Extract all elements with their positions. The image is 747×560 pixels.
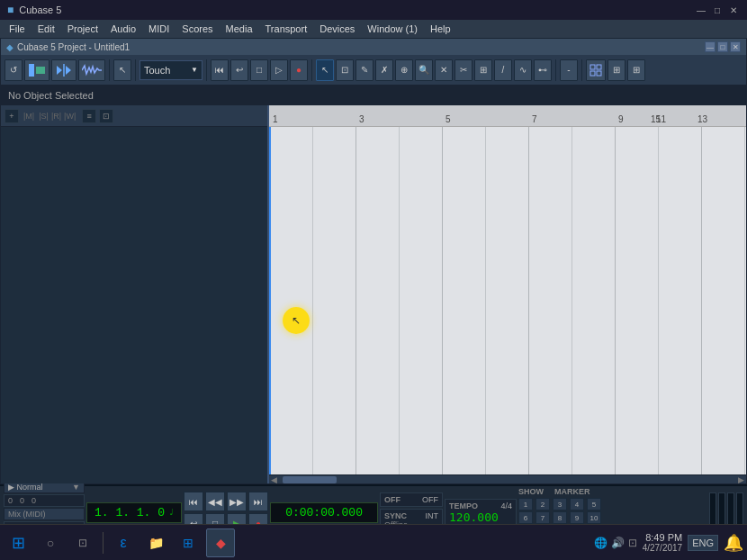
maximize-button[interactable]: □: [711, 4, 724, 16]
toolbar-fwd[interactable]: ▷: [270, 59, 288, 81]
marker-1[interactable]: 1: [518, 498, 533, 510]
position-note-icon: ♩: [168, 507, 174, 518]
marker-10[interactable]: 10: [587, 511, 601, 524]
tool-pencil[interactable]: ✎: [356, 59, 374, 81]
project-title-bar: ◆ Cubase 5 Project - Untitled1 — □ ✕: [1, 39, 746, 55]
transport-to-end[interactable]: ⏭: [248, 492, 268, 511]
app-title: Cubase 5: [19, 5, 61, 15]
th-add-track[interactable]: +: [4, 109, 19, 123]
store-btn[interactable]: ⊞: [174, 528, 202, 557]
menu-edit[interactable]: Edit: [32, 23, 60, 35]
marker-9[interactable]: 9: [570, 511, 584, 524]
edge-icon: ε: [120, 535, 126, 551]
toolbar-btn-1[interactable]: ↺: [4, 59, 22, 81]
cubase-taskbar-btn[interactable]: ◆: [206, 528, 235, 557]
tool-magnify[interactable]: 🔍: [415, 59, 433, 81]
task-view-icon: ⊡: [78, 537, 87, 549]
tool-range[interactable]: ⊡: [336, 59, 354, 81]
sync-row: SYNC INT: [384, 511, 438, 520]
svg-rect-1: [36, 67, 45, 74]
separator-1: [109, 59, 110, 81]
tool-timewarp[interactable]: /: [494, 59, 512, 81]
search-btn[interactable]: ○: [36, 528, 65, 557]
scroll-thumb[interactable]: [283, 476, 337, 483]
menu-file[interactable]: File: [4, 23, 31, 35]
notification-icon[interactable]: 🔔: [724, 533, 743, 553]
tempo-value: 120.000: [449, 510, 512, 524]
marker-4[interactable]: 4: [570, 498, 584, 510]
empty-track-area: [1, 127, 267, 469]
menu-scores[interactable]: Scores: [176, 23, 218, 35]
main-area: + |M| |S| |R| |W| ≡ ⊡ 1 3 5 7 9 11 13: [1, 105, 746, 483]
project-maximize[interactable]: □: [717, 41, 728, 52]
th-search[interactable]: ⊡: [99, 109, 113, 123]
language-indicator: ENG: [688, 535, 718, 551]
transport-rewind[interactable]: ◀◀: [205, 492, 225, 511]
menu-bar: File Edit Project Audio MIDI Scores Medi…: [0, 20, 747, 38]
scroll-left-btn[interactable]: ◀: [269, 475, 279, 484]
transport-row-1: ⏮ ◀◀ ▶▶ ⏭: [184, 492, 268, 511]
edge-browser-btn[interactable]: ε: [109, 528, 138, 557]
toolbar-record[interactable]: ●: [290, 59, 308, 81]
th-settings[interactable]: ≡: [82, 109, 96, 123]
snap-btn[interactable]: [586, 59, 606, 81]
minimize-button[interactable]: —: [695, 4, 707, 16]
grid-btn-2[interactable]: ⊞: [627, 59, 645, 81]
tool-select[interactable]: ↖: [316, 59, 334, 81]
mix-midi-channel: Mix (MIDI): [4, 508, 85, 520]
sync-label: SYNC: [384, 511, 407, 520]
toolbar-btn-2[interactable]: [24, 59, 50, 81]
file-explorer-btn[interactable]: 📁: [141, 528, 170, 557]
project-minimize[interactable]: —: [705, 41, 716, 52]
tool-glue[interactable]: ⊞: [474, 59, 492, 81]
scroll-right-btn[interactable]: ▶: [736, 475, 746, 484]
close-button[interactable]: ✕: [727, 4, 740, 16]
toolbar-btn-waveform[interactable]: [78, 59, 105, 81]
marker-5[interactable]: 5: [587, 498, 601, 510]
marker-7[interactable]: 7: [536, 511, 550, 524]
menu-window[interactable]: Window (1): [362, 23, 423, 35]
time-value: 0:00:00.000: [285, 506, 363, 519]
grid-area[interactable]: ↖: [269, 127, 746, 474]
project-window: ◆ Cubase 5 Project - Untitled1 — □ ✕ ↺ ↖…: [0, 38, 747, 484]
tool-erase[interactable]: ✗: [375, 59, 393, 81]
time-sig: 4/4: [501, 501, 513, 510]
menu-devices[interactable]: Devices: [314, 23, 360, 35]
position-display: 1. 1. 1. 0 ♩: [86, 502, 182, 523]
transport-fast-fwd[interactable]: ▶▶: [227, 492, 247, 511]
marker-8[interactable]: 8: [553, 511, 567, 524]
tool-scissors[interactable]: ✂: [454, 59, 472, 81]
start-button[interactable]: ⊞: [4, 528, 32, 557]
menu-help[interactable]: Help: [425, 23, 456, 35]
tempo-section: TEMPO 4/4 120.000: [445, 499, 517, 527]
transport-to-start[interactable]: ⏮: [184, 492, 203, 511]
tool-draw[interactable]: ∿: [514, 59, 532, 81]
tool-extra[interactable]: ⊷: [534, 59, 552, 81]
toolbar-loop[interactable]: □: [250, 59, 268, 81]
marker-3[interactable]: 3: [553, 498, 567, 510]
grid-btn[interactable]: ⊞: [608, 59, 626, 81]
project-close[interactable]: ✕: [730, 41, 741, 52]
task-view-btn[interactable]: ⊡: [68, 528, 97, 557]
svg-rect-0: [29, 64, 34, 77]
tool-zoom-in[interactable]: ⊕: [395, 59, 413, 81]
menu-media[interactable]: Media: [220, 23, 258, 35]
menu-project[interactable]: Project: [62, 23, 104, 35]
menu-midi[interactable]: MIDI: [143, 23, 175, 35]
menu-audio[interactable]: Audio: [105, 23, 141, 35]
menu-transport[interactable]: Transport: [260, 23, 313, 35]
timeline-area[interactable]: 1 3 5 7 9 11 13 15: [269, 105, 746, 483]
tempo-label: TEMPO: [449, 501, 478, 510]
toolbar-to-start[interactable]: ⏮: [211, 59, 229, 81]
tool-minus[interactable]: -: [560, 59, 578, 81]
touch-dropdown[interactable]: Touch: [140, 60, 202, 80]
project-win-buttons: — □ ✕: [705, 41, 741, 52]
toolbar-cycle[interactable]: ↩: [230, 59, 248, 81]
scrollbar-horizontal[interactable]: ◀ ▶: [269, 474, 746, 483]
app-icon: ■: [7, 4, 14, 16]
toolbar-cursor-btn[interactable]: ↖: [113, 59, 131, 81]
toolbar-btn-3[interactable]: [51, 59, 76, 81]
marker-6[interactable]: 6: [518, 511, 533, 524]
tool-mute[interactable]: ✕: [435, 59, 453, 81]
marker-2[interactable]: 2: [536, 498, 550, 510]
